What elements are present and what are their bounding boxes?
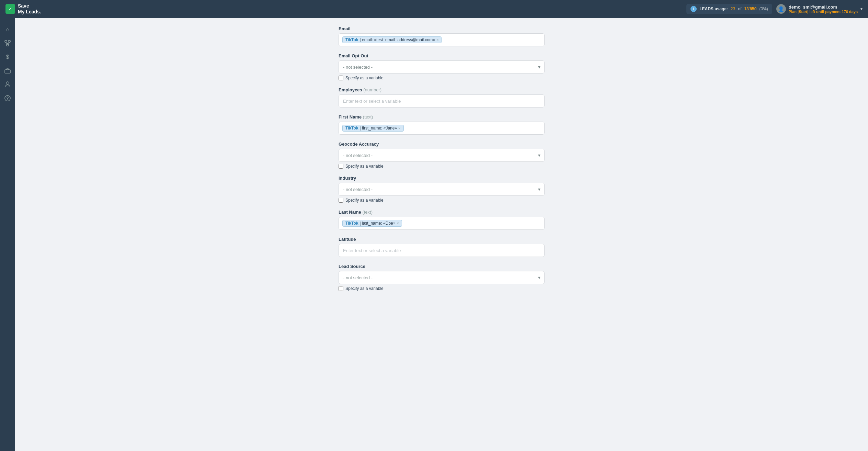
geocode-accuracy-select-wrapper: - not selected - <box>339 149 545 162</box>
industry-checkbox-label[interactable]: Specify as a variable <box>345 198 384 203</box>
field-label-first-name: First Name (text) <box>339 114 545 120</box>
field-group-industry: Industry - not selected - Specify as a v… <box>339 176 545 203</box>
info-icon: i <box>690 6 697 12</box>
logo-text: SaveMy Leads. <box>18 3 41 15</box>
user-info: demo_sml@gmail.com Plan |Start| left unt… <box>789 4 858 14</box>
field-group-last-name: Last Name (text) TikTok| last_name: «Doe… <box>339 210 545 230</box>
email-opt-out-checkbox[interactable] <box>339 76 343 80</box>
user-email: demo_sml@gmail.com <box>789 4 858 10</box>
email-tag-source: TikTok <box>345 37 358 42</box>
first-name-tag-remove[interactable]: × <box>398 126 400 130</box>
field-label-employees: Employees (number) <box>339 87 545 92</box>
leads-total: 13'850 <box>744 7 756 11</box>
first-name-tag-text: | first_name: «Jane» <box>360 126 397 131</box>
lead-source-checkbox[interactable] <box>339 286 343 291</box>
svg-rect-2 <box>7 44 9 46</box>
first-name-tag-field[interactable]: TikTok| first_name: «Jane» × <box>339 122 545 135</box>
svg-rect-7 <box>5 70 10 73</box>
geocode-accuracy-checkbox[interactable] <box>339 164 343 169</box>
email-opt-out-checkbox-row: Specify as a variable <box>339 76 545 80</box>
last-name-tag-source: TikTok <box>345 221 358 226</box>
field-group-lead-source: Lead Source - not selected - Specify as … <box>339 264 545 291</box>
email-opt-out-select[interactable]: - not selected - <box>339 60 545 74</box>
industry-checkbox-row: Specify as a variable <box>339 198 545 203</box>
sidebar-item-help[interactable] <box>1 92 14 104</box>
chevron-down-icon: ▾ <box>860 7 863 11</box>
latitude-input[interactable] <box>339 244 545 257</box>
user-menu[interactable]: 👤 demo_sml@gmail.com Plan |Start| left u… <box>776 4 863 14</box>
geocode-accuracy-checkbox-label[interactable]: Specify as a variable <box>345 164 384 169</box>
field-label-industry: Industry <box>339 176 545 181</box>
sidebar-item-billing[interactable]: $ <box>1 51 14 63</box>
sidebar-item-home[interactable]: ⌂ <box>1 23 14 36</box>
industry-select-wrapper: - not selected - <box>339 183 545 196</box>
industry-select[interactable]: - not selected - <box>339 183 545 196</box>
last-name-tag-field[interactable]: TikTok| last_name: «Doe» × <box>339 217 545 230</box>
field-group-latitude: Latitude <box>339 237 545 257</box>
lead-source-select-wrapper: - not selected - <box>339 271 545 284</box>
first-name-tag: TikTok| first_name: «Jane» × <box>342 125 404 132</box>
field-label-latitude: Latitude <box>339 237 545 242</box>
employees-input[interactable] <box>339 94 545 108</box>
leads-current: 23 <box>731 7 735 11</box>
industry-checkbox[interactable] <box>339 198 343 203</box>
field-group-email-opt-out: Email Opt Out - not selected - Specify a… <box>339 53 545 80</box>
lead-source-select[interactable]: - not selected - <box>339 271 545 284</box>
sidebar-item-briefcase[interactable] <box>1 65 14 77</box>
field-group-employees: Employees (number) <box>339 87 545 108</box>
content-area: Email TikTok| email: «test_email_address… <box>15 18 868 451</box>
last-name-tag-remove[interactable]: × <box>397 222 399 225</box>
leads-usage-panel: i LEADS usage: 23 of 13'850 (0%) <box>686 4 772 14</box>
email-tag-remove[interactable]: × <box>436 38 438 42</box>
email-tag: TikTok| email: «test_email_address@mail.… <box>342 36 442 43</box>
svg-rect-1 <box>8 41 10 42</box>
leads-separator: of <box>738 7 741 11</box>
sidebar: ⌂ $ <box>0 18 15 451</box>
last-name-tag-text: | last_name: «Doe» <box>360 221 396 226</box>
field-label-geocode-accuracy: Geocode Accuracy <box>339 142 545 147</box>
topbar: ✓ SaveMy Leads. i LEADS usage: 23 of 13'… <box>0 0 868 18</box>
field-label-email-opt-out: Email Opt Out <box>339 53 545 58</box>
field-label-email: Email <box>339 26 545 31</box>
svg-point-8 <box>6 82 9 84</box>
form-container: Email TikTok| email: «test_email_address… <box>339 26 545 291</box>
field-label-last-name: Last Name (text) <box>339 210 545 215</box>
logo-icon: ✓ <box>5 4 15 14</box>
main-layout: ⌂ $ <box>0 18 868 451</box>
email-opt-out-select-wrapper: - not selected - <box>339 60 545 74</box>
lead-source-checkbox-label[interactable]: Specify as a variable <box>345 286 384 291</box>
geocode-accuracy-checkbox-row: Specify as a variable <box>339 164 545 169</box>
leads-pct: (0%) <box>759 7 768 11</box>
email-tag-field[interactable]: TikTok| email: «test_email_address@mail.… <box>339 33 545 46</box>
svg-point-10 <box>7 99 8 100</box>
svg-rect-0 <box>5 41 7 42</box>
lead-source-checkbox-row: Specify as a variable <box>339 286 545 291</box>
field-label-lead-source: Lead Source <box>339 264 545 269</box>
email-tag-text: | email: «test_email_address@mail.com» <box>360 37 435 42</box>
logo[interactable]: ✓ SaveMy Leads. <box>5 3 41 15</box>
leads-usage-label: LEADS usage: <box>699 7 728 11</box>
first-name-tag-source: TikTok <box>345 126 358 131</box>
sidebar-item-connections[interactable] <box>1 37 14 49</box>
geocode-accuracy-select[interactable]: - not selected - <box>339 149 545 162</box>
email-opt-out-checkbox-label[interactable]: Specify as a variable <box>345 76 384 80</box>
field-group-geocode-accuracy: Geocode Accuracy - not selected - Specif… <box>339 142 545 169</box>
sidebar-item-user[interactable] <box>1 78 14 91</box>
field-group-email: Email TikTok| email: «test_email_address… <box>339 26 545 46</box>
last-name-tag: TikTok| last_name: «Doe» × <box>342 220 402 227</box>
user-plan: Plan |Start| left until payment 176 days <box>789 10 858 14</box>
field-group-first-name: First Name (text) TikTok| first_name: «J… <box>339 114 545 135</box>
user-avatar: 👤 <box>776 4 786 14</box>
